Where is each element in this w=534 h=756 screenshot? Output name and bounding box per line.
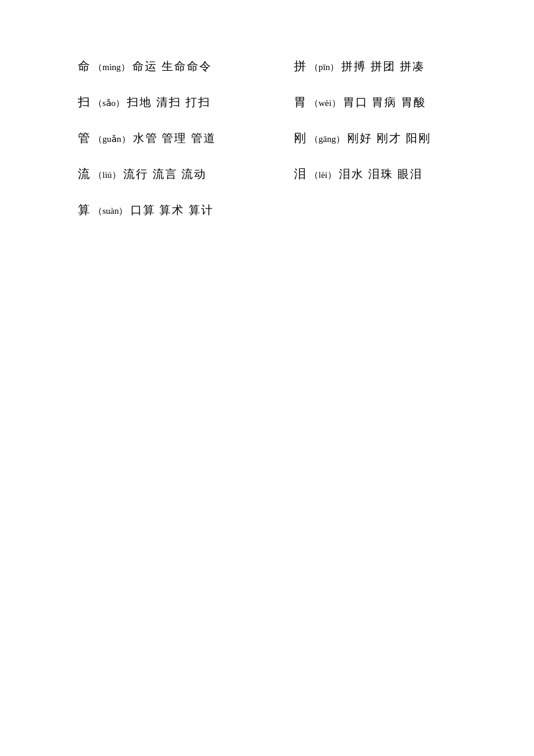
vocab-words: 命运 生命命令 <box>132 55 212 78</box>
vocab-words: 泪水 泪珠 眼泪 <box>339 163 423 186</box>
vocab-words: 拼搏 拼团 拼凑 <box>341 55 425 78</box>
vocab-char: 命 <box>78 54 90 78</box>
vocab-words: 胃口 胃病 胃酸 <box>343 91 427 114</box>
right-column: 拼（pīn）拼搏 拼团 拼凑胃（wèi）胃口 胃病 胃酸刚（gāng）刚好 刚才… <box>294 48 474 228</box>
page-content: 命（mìng）命运 生命命令扫（sǎo）扫地 清扫 打扫管（guǎn）水管 管理… <box>0 0 534 276</box>
vocab-char: 流 <box>78 162 90 186</box>
vocab-pinyin: （lèi） <box>310 166 336 184</box>
vocab-char: 泪 <box>294 162 306 186</box>
vocab-pinyin: （guǎn） <box>93 130 131 148</box>
vocab-char: 算 <box>78 198 90 222</box>
vocab-pinyin: （pīn） <box>310 58 339 76</box>
vocab-words: 流行 流言 流动 <box>123 163 207 186</box>
vocab-words: 水管 管理 管道 <box>133 127 217 150</box>
vocab-char: 管 <box>78 126 90 150</box>
vocab-row-right-1: 胃（wèi）胃口 胃病 胃酸 <box>294 84 474 120</box>
vocab-row-left-3: 流（liú）流行 流言 流动 <box>78 156 258 192</box>
vocab-pinyin: （mìng） <box>93 58 130 76</box>
vocab-pinyin: （liú） <box>93 166 121 184</box>
vocab-words: 刚好 刚才 阳刚 <box>347 127 431 150</box>
vocab-row-left-0: 命（mìng）命运 生命命令 <box>78 48 258 84</box>
vocab-char: 拼 <box>294 54 306 78</box>
vocab-pinyin: （sǎo） <box>93 94 125 112</box>
vocab-pinyin: （suàn） <box>93 202 128 220</box>
vocab-row-left-2: 管（guǎn）水管 管理 管道 <box>78 120 258 156</box>
vocabulary-grid: 命（mìng）命运 生命命令扫（sǎo）扫地 清扫 打扫管（guǎn）水管 管理… <box>78 48 474 228</box>
vocab-char: 扫 <box>78 90 90 114</box>
vocab-pinyin: （gāng） <box>310 130 345 148</box>
left-column: 命（mìng）命运 生命命令扫（sǎo）扫地 清扫 打扫管（guǎn）水管 管理… <box>78 48 258 228</box>
vocab-char: 刚 <box>294 126 306 150</box>
vocab-row-left-4: 算（suàn）口算 算术 算计 <box>78 192 258 228</box>
vocab-row-right-2: 刚（gāng）刚好 刚才 阳刚 <box>294 120 474 156</box>
vocab-row-right-3: 泪（lèi）泪水 泪珠 眼泪 <box>294 156 474 192</box>
vocab-pinyin: （wèi） <box>310 94 341 112</box>
vocab-row-left-1: 扫（sǎo）扫地 清扫 打扫 <box>78 84 258 120</box>
vocab-row-right-empty <box>294 192 474 225</box>
vocab-words: 口算 算术 算计 <box>131 199 214 222</box>
vocab-row-right-0: 拼（pīn）拼搏 拼团 拼凑 <box>294 48 474 84</box>
vocab-words: 扫地 清扫 打扫 <box>127 91 211 114</box>
vocab-char: 胃 <box>294 90 306 114</box>
